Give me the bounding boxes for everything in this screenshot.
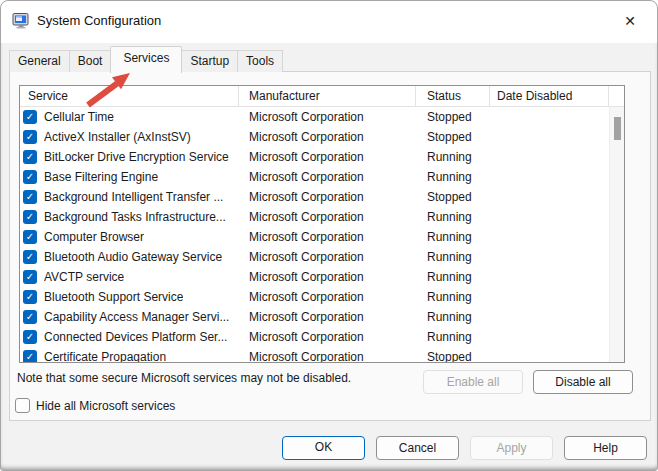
service-name-cell: ✓Computer Browser: [20, 230, 239, 244]
service-name-cell: ✓AVCTP service: [20, 270, 239, 284]
service-row[interactable]: ✓ActiveX Installer (AxInstSV)Microsoft C…: [20, 127, 609, 147]
list-body: ✓Cellular TimeMicrosoft CorporationStopp…: [20, 107, 609, 362]
service-status: Running: [416, 330, 490, 344]
service-status: Stopped: [416, 350, 490, 362]
system-configuration-window: System Configuration ✕ GeneralBootServic…: [0, 0, 658, 471]
service-manufacturer: Microsoft Corporation: [239, 350, 416, 362]
service-name: Background Intelligent Transfer ...: [44, 190, 223, 204]
service-name-cell: ✓Bluetooth Audio Gateway Service: [20, 250, 239, 264]
service-status: Running: [416, 230, 490, 244]
tab-startup[interactable]: Startup: [181, 50, 238, 72]
title-bar: System Configuration ✕: [1, 1, 657, 43]
vertical-scrollbar-thumb[interactable]: [614, 117, 621, 140]
service-row[interactable]: ✓Base Filtering EngineMicrosoft Corporat…: [20, 167, 609, 187]
service-checkbox-checked-icon[interactable]: ✓: [23, 190, 37, 204]
service-manufacturer: Microsoft Corporation: [239, 150, 416, 164]
service-row[interactable]: ✓Background Tasks Infrastructure...Micro…: [20, 207, 609, 227]
service-name-cell: ✓Cellular Time: [20, 110, 239, 124]
column-header-manufacturer[interactable]: Manufacturer: [239, 86, 416, 107]
service-name: BitLocker Drive Encryption Service: [44, 150, 229, 164]
service-name-cell: ✓ActiveX Installer (AxInstSV): [20, 130, 239, 144]
service-checkbox-checked-icon[interactable]: ✓: [23, 350, 37, 362]
service-row[interactable]: ✓Capability Access Manager Servi...Micro…: [20, 307, 609, 327]
service-name: Bluetooth Support Service: [44, 290, 183, 304]
footer-button-row: OKCancelApplyHelp: [282, 436, 647, 460]
column-header-service[interactable]: Service: [20, 86, 239, 107]
service-manufacturer: Microsoft Corporation: [239, 290, 416, 304]
service-status: Running: [416, 290, 490, 304]
tab-bar: GeneralBootServicesStartupTools: [9, 50, 283, 72]
service-name-cell: ✓Connected Devices Platform Ser...: [20, 330, 239, 344]
tab-general[interactable]: General: [9, 50, 70, 72]
service-checkbox-checked-icon[interactable]: ✓: [23, 150, 37, 164]
services-tab-panel: ServiceManufacturerStatusDate Disabled ✓…: [9, 71, 651, 421]
service-checkbox-checked-icon[interactable]: ✓: [23, 130, 37, 144]
hide-microsoft-services-checkbox[interactable]: [15, 398, 30, 413]
service-status: Running: [416, 210, 490, 224]
hide-microsoft-services-row: Hide all Microsoft services: [15, 398, 175, 413]
service-name: Capability Access Manager Servi...: [44, 310, 229, 324]
service-name: Connected Devices Platform Ser...: [44, 330, 227, 344]
service-manufacturer: Microsoft Corporation: [239, 210, 416, 224]
service-manufacturer: Microsoft Corporation: [239, 190, 416, 204]
service-status: Running: [416, 250, 490, 264]
service-row[interactable]: ✓Background Intelligent Transfer ...Micr…: [20, 187, 609, 207]
service-status: Stopped: [416, 190, 490, 204]
close-icon[interactable]: ✕: [613, 7, 647, 35]
service-status: Stopped: [416, 110, 490, 124]
cancel-button[interactable]: Cancel: [376, 436, 459, 460]
apply-button[interactable]: Apply: [470, 436, 553, 460]
help-button[interactable]: Help: [564, 436, 647, 460]
service-checkbox-checked-icon[interactable]: ✓: [23, 250, 37, 264]
service-checkbox-checked-icon[interactable]: ✓: [23, 230, 37, 244]
system-configuration-app-icon: [12, 12, 30, 30]
service-row[interactable]: ✓Bluetooth Support ServiceMicrosoft Corp…: [20, 287, 609, 307]
column-header-date-disabled[interactable]: Date Disabled: [490, 86, 609, 107]
service-row[interactable]: ✓Bluetooth Audio Gateway ServiceMicrosof…: [20, 247, 609, 267]
service-name: Background Tasks Infrastructure...: [44, 210, 226, 224]
tab-tools[interactable]: Tools: [237, 50, 283, 72]
service-name-cell: ✓Bluetooth Support Service: [20, 290, 239, 304]
service-checkbox-checked-icon[interactable]: ✓: [23, 330, 37, 344]
service-checkbox-checked-icon[interactable]: ✓: [23, 290, 37, 304]
vertical-scrollbar[interactable]: [609, 107, 624, 362]
list-header: ServiceManufacturerStatusDate Disabled: [20, 86, 624, 107]
service-name-cell: ✓Base Filtering Engine: [20, 170, 239, 184]
service-checkbox-checked-icon[interactable]: ✓: [23, 210, 37, 224]
window-title: System Configuration: [37, 1, 161, 41]
service-name: Base Filtering Engine: [44, 170, 158, 184]
services-listview[interactable]: ServiceManufacturerStatusDate Disabled ✓…: [19, 85, 625, 363]
disable-all-button[interactable]: Disable all: [533, 370, 633, 394]
service-row[interactable]: ✓Certificate PropagationMicrosoft Corpor…: [20, 347, 609, 362]
service-manufacturer: Microsoft Corporation: [239, 250, 416, 264]
service-name: ActiveX Installer (AxInstSV): [44, 130, 191, 144]
enable-all-button[interactable]: Enable all: [423, 370, 523, 394]
service-row[interactable]: ✓AVCTP serviceMicrosoft CorporationRunni…: [20, 267, 609, 287]
column-header-status[interactable]: Status: [416, 86, 490, 107]
service-status: Stopped: [416, 130, 490, 144]
service-checkbox-checked-icon[interactable]: ✓: [23, 270, 37, 284]
service-row[interactable]: ✓Computer BrowserMicrosoft CorporationRu…: [20, 227, 609, 247]
service-name-cell: ✓Certificate Propagation: [20, 350, 239, 362]
service-checkbox-checked-icon[interactable]: ✓: [23, 310, 37, 324]
service-manufacturer: Microsoft Corporation: [239, 130, 416, 144]
column-header-filler: [609, 86, 624, 106]
service-name-cell: ✓Background Tasks Infrastructure...: [20, 210, 239, 224]
ok-button[interactable]: OK: [282, 436, 365, 460]
service-status: Running: [416, 270, 490, 284]
service-checkbox-checked-icon[interactable]: ✓: [23, 170, 37, 184]
service-name: AVCTP service: [44, 270, 124, 284]
service-manufacturer: Microsoft Corporation: [239, 230, 416, 244]
service-row[interactable]: ✓BitLocker Drive Encryption ServiceMicro…: [20, 147, 609, 167]
tab-services[interactable]: Services: [110, 46, 182, 73]
tab-boot[interactable]: Boot: [69, 50, 112, 72]
service-name-cell: ✓BitLocker Drive Encryption Service: [20, 150, 239, 164]
service-manufacturer: Microsoft Corporation: [239, 270, 416, 284]
service-manufacturer: Microsoft Corporation: [239, 110, 416, 124]
service-row[interactable]: ✓Cellular TimeMicrosoft CorporationStopp…: [20, 107, 609, 127]
service-status: Running: [416, 150, 490, 164]
service-row[interactable]: ✓Connected Devices Platform Ser...Micros…: [20, 327, 609, 347]
services-note-text: Note that some secure Microsoft services…: [17, 371, 351, 385]
service-name: Certificate Propagation: [44, 350, 166, 362]
service-checkbox-checked-icon[interactable]: ✓: [23, 110, 37, 124]
